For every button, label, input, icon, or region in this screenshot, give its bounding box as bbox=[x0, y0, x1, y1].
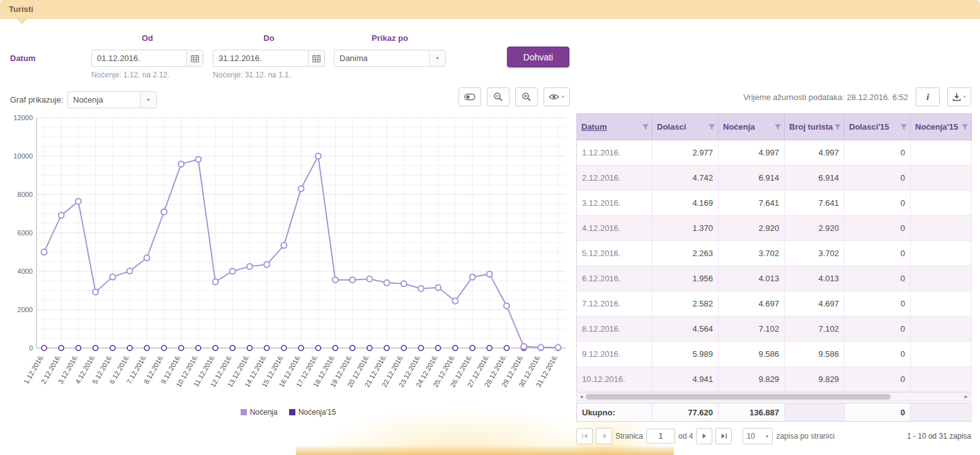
column-header-no-enja[interactable]: Noćenja bbox=[719, 114, 785, 140]
od-label: Od bbox=[91, 33, 203, 43]
table-row[interactable]: 8.12.2016.4.5647.1027.1020 bbox=[577, 317, 972, 342]
next-page-icon bbox=[701, 433, 707, 439]
zoom-out-button[interactable] bbox=[487, 87, 510, 106]
graph-series-value: Noćenja bbox=[68, 95, 140, 104]
zoom-out-icon bbox=[493, 92, 503, 102]
fetch-button[interactable]: Dohvati bbox=[507, 47, 569, 67]
column-header-dolasci[interactable]: Dolasci bbox=[652, 114, 719, 140]
table-cell: 9.586 bbox=[785, 342, 845, 367]
filter-icon[interactable] bbox=[642, 123, 649, 131]
zoom-in-icon bbox=[521, 92, 532, 102]
chevron-down-icon: ▼ bbox=[765, 434, 769, 439]
table-row[interactable]: 7.12.2016.2.5824.6974.6970 bbox=[577, 291, 972, 317]
date-from-value[interactable]: 01.12.2016. bbox=[92, 53, 186, 63]
tourism-data-table: DatumDolasciNoćenjaBroj turistaDolasci'1… bbox=[576, 113, 972, 392]
dropdown-caret[interactable]: ▼ bbox=[429, 50, 445, 66]
legend-item[interactable]: Noćenja bbox=[241, 408, 278, 417]
table-cell: 4.169 bbox=[652, 191, 719, 216]
scrollbar-track[interactable] bbox=[586, 393, 962, 400]
first-page-button[interactable] bbox=[576, 428, 593, 444]
table-cell: 4.941 bbox=[652, 367, 719, 392]
data-updated-text: Vrijeme ažurnosti podataka: 28.12.2016. … bbox=[743, 93, 908, 102]
export-button[interactable]: ▼ bbox=[947, 87, 971, 106]
tab-turisti[interactable]: Turisti bbox=[9, 4, 33, 14]
filter-icon[interactable] bbox=[961, 123, 969, 131]
table-row[interactable]: 5.12.2016.2.2633.7023.7020 bbox=[577, 241, 972, 266]
calendar-icon bbox=[191, 55, 199, 62]
table-cell: 0 bbox=[845, 342, 911, 367]
legend-swatch bbox=[241, 409, 247, 415]
column-header-broj-turista[interactable]: Broj turista bbox=[785, 114, 845, 140]
table-horizontal-scrollbar[interactable]: ◄ ► bbox=[576, 392, 971, 402]
table-cell: 4.697 bbox=[785, 291, 845, 317]
column-header-no-enja-15[interactable]: Noćenja'15 bbox=[911, 114, 972, 140]
date-from-input[interactable]: 01.12.2016. bbox=[91, 50, 203, 67]
display-by-select[interactable]: Danima ▼ bbox=[334, 50, 446, 67]
table-cell: 6.914 bbox=[785, 166, 845, 191]
table-row[interactable]: 4.12.2016.1.3702.9202.9200 bbox=[577, 216, 972, 241]
tab-pointer-arrow bbox=[16, 19, 28, 25]
table-row[interactable]: 10.12.2016.4.9419.8299.8290 bbox=[577, 367, 972, 392]
table-cell: 0 bbox=[845, 216, 911, 241]
page-number-input[interactable] bbox=[646, 429, 675, 444]
scroll-right-arrow[interactable]: ► bbox=[962, 393, 971, 401]
table-cell: 7.102 bbox=[785, 317, 845, 342]
table-row[interactable]: 1.12.2016.2.9774.9974.9970 bbox=[577, 140, 972, 166]
toggle-icon bbox=[464, 93, 476, 101]
table-cell: 1.956 bbox=[652, 266, 719, 291]
table-row[interactable]: 9.12.2016.5.9899.5869.5860 bbox=[577, 342, 972, 367]
graph-series-select[interactable]: Noćenja ▼ bbox=[67, 91, 157, 108]
chart-area[interactable]: 0200040006000800010000120001.12.2016.2.1… bbox=[6, 112, 570, 408]
scroll-left-arrow[interactable]: ◄ bbox=[577, 393, 586, 401]
table-cell bbox=[911, 140, 972, 166]
calendar-button[interactable] bbox=[308, 50, 324, 66]
table-row[interactable]: 3.12.2016.4.1697.6417.6410 bbox=[577, 191, 972, 216]
scrollbar-thumb[interactable] bbox=[586, 394, 891, 400]
column-header-label: Datum bbox=[581, 122, 607, 132]
record-range-label: 1 - 10 od 31 zapisa bbox=[907, 432, 971, 441]
table-cell: 5.12.2016. bbox=[577, 241, 652, 266]
totals-value: 136.887 bbox=[719, 403, 785, 421]
zoom-in-button[interactable] bbox=[515, 87, 538, 106]
table-cell: 7.641 bbox=[785, 191, 845, 216]
date-to-value[interactable]: 31.12.2016. bbox=[214, 53, 308, 63]
calendar-button[interactable] bbox=[186, 50, 203, 66]
last-page-button[interactable] bbox=[715, 428, 732, 444]
line-chart[interactable]: 0200040006000800010000120001.12.2016.2.1… bbox=[6, 112, 570, 408]
info-button[interactable]: i bbox=[916, 87, 940, 106]
toggle-navigator-button[interactable] bbox=[459, 87, 481, 106]
legend-label: Noćenja bbox=[250, 408, 278, 417]
filter-icon[interactable] bbox=[900, 123, 908, 131]
legend-item[interactable]: Noćenja'15 bbox=[289, 408, 336, 417]
last-page-icon bbox=[721, 433, 727, 439]
table-cell: 9.829 bbox=[785, 367, 845, 392]
prev-page-button[interactable] bbox=[596, 428, 612, 444]
table-cell: 4.742 bbox=[652, 166, 719, 191]
table-cell: 1.370 bbox=[652, 216, 719, 241]
date-to-input[interactable]: 31.12.2016. bbox=[213, 50, 325, 67]
download-icon bbox=[952, 93, 961, 101]
chevron-down-icon: ▼ bbox=[146, 98, 151, 102]
table-cell: 9.586 bbox=[719, 342, 785, 367]
column-header-dolasci-15[interactable]: Dolasci'15 bbox=[845, 114, 911, 140]
column-header-label: Broj turista bbox=[789, 122, 833, 132]
filter-icon[interactable] bbox=[834, 123, 841, 131]
next-page-button[interactable] bbox=[696, 428, 712, 444]
table-toolbar: Vrijeme ažurnosti podataka: 28.12.2016. … bbox=[576, 87, 971, 106]
visibility-dropdown-button[interactable]: ▼ bbox=[544, 87, 570, 106]
table-row[interactable]: 2.12.2016.4.7426.9146.9140 bbox=[577, 166, 972, 191]
totals-label: Ukupno: bbox=[577, 403, 652, 421]
chart-toolbar: ▼ bbox=[459, 87, 570, 106]
info-icon: i bbox=[926, 92, 929, 103]
table-cell: 2.920 bbox=[785, 216, 845, 241]
graph-shows-label: Graf prikazuje: bbox=[10, 95, 64, 104]
filter-icon[interactable] bbox=[774, 123, 782, 131]
page-size-select[interactable]: 10 ▼ bbox=[743, 428, 773, 444]
svg-text:2000: 2000 bbox=[18, 306, 33, 313]
table-cell: 2.920 bbox=[719, 216, 785, 241]
filter-icon[interactable] bbox=[708, 123, 715, 131]
dropdown-caret[interactable]: ▼ bbox=[140, 92, 156, 108]
column-header-datum[interactable]: Datum bbox=[577, 114, 652, 140]
table-row[interactable]: 6.12.2016.1.9564.0134.0130 bbox=[577, 266, 972, 291]
table-cell bbox=[911, 266, 972, 291]
